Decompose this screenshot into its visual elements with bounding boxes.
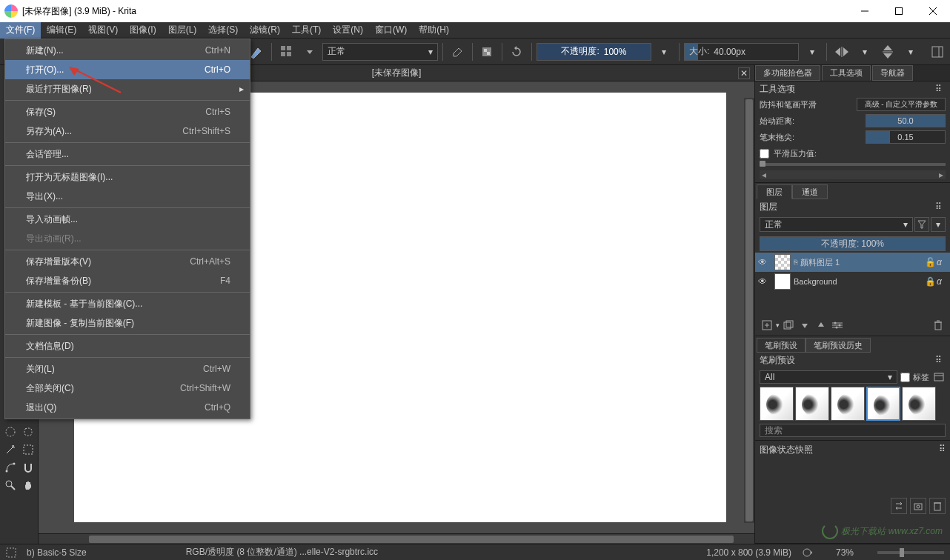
tip-value[interactable]: 0.15 <box>866 130 946 144</box>
menu-filter[interactable]: 滤镜(R) <box>244 22 286 39</box>
menu-tool[interactable]: 工具(T) <box>286 22 327 39</box>
panel-config-icon[interactable]: ⠿ <box>935 355 946 365</box>
tool-zoom[interactable] <box>2 477 19 493</box>
move-up-button[interactable] <box>814 318 828 333</box>
select-none-icon[interactable] <box>6 547 16 558</box>
move-down-button[interactable] <box>797 318 812 333</box>
menu-item[interactable]: 新建模板 - 基于当前图像(C)... <box>5 294 250 313</box>
dropdown-icon[interactable]: ▾ <box>901 41 921 62</box>
tab-brush-history[interactable]: 笔刷预设历史 <box>805 338 871 353</box>
visibility-icon[interactable]: 👁 <box>758 257 771 267</box>
alpha-lock-icon[interactable] <box>477 41 497 62</box>
menu-item[interactable]: 打开(O)...Ctrl+O <box>5 60 250 79</box>
layer-settings-button[interactable] <box>830 318 845 333</box>
menu-select[interactable]: 选择(S) <box>202 22 244 39</box>
panel-config-icon[interactable]: ⠿ <box>939 444 946 456</box>
menu-item[interactable]: 全部关闭(C)Ctrl+Shift+W <box>5 379 250 398</box>
eraser-icon[interactable] <box>448 41 468 62</box>
menu-item[interactable]: 导入动画帧... <box>5 210 250 229</box>
grid-icon[interactable] <box>276 41 296 62</box>
brush-preset[interactable] <box>902 387 936 421</box>
size-slider[interactable]: 大小: 40.00px <box>684 43 799 61</box>
start-distance-value[interactable]: 50.0 <box>866 114 946 127</box>
tag-checkbox[interactable] <box>900 373 910 382</box>
add-layer-button[interactable] <box>760 318 774 333</box>
menu-item[interactable]: 导出(X)... <box>5 187 250 206</box>
dropdown-icon[interactable]: ▾ <box>802 41 822 62</box>
menu-item[interactable]: 打开为无标题图像(I)... <box>5 167 250 187</box>
menu-item[interactable]: 保存增量备份(B)F4 <box>5 271 250 290</box>
blend-mode-select[interactable]: 正常 ▾ <box>322 43 437 61</box>
brush-tag-filter[interactable]: All▾ <box>760 370 897 384</box>
tool-pan[interactable] <box>20 477 36 493</box>
tab-navigator[interactable]: 导航器 <box>872 65 913 81</box>
maximize-button[interactable] <box>882 0 916 22</box>
dropdown-icon[interactable]: ▾ <box>776 321 780 329</box>
tab-color-selector[interactable]: 多功能拾色器 <box>755 65 820 81</box>
tool-freehand-select[interactable] <box>2 424 19 440</box>
menu-view[interactable]: 视图(V) <box>82 22 124 39</box>
menu-settings[interactable]: 设置(N) <box>327 22 369 39</box>
menu-item[interactable]: 最近打开图像(R)▸ <box>5 79 250 99</box>
tab-layers[interactable]: 图层 <box>757 184 792 199</box>
filter-icon[interactable] <box>914 217 929 232</box>
dropdown-icon[interactable] <box>299 41 319 62</box>
menu-image[interactable]: 图像(I) <box>124 22 162 39</box>
layer-link-icon[interactable]: ⎘ <box>794 259 797 266</box>
brush-preset[interactable] <box>831 387 865 421</box>
layer-name[interactable]: 颜料图层 1 <box>800 257 922 268</box>
close-button[interactable] <box>916 0 950 22</box>
duplicate-layer-button[interactable] <box>781 318 796 333</box>
tool-similar-select[interactable] <box>20 424 36 440</box>
brush-preset[interactable] <box>795 387 829 421</box>
tool-rect-select[interactable] <box>20 441 36 458</box>
brush-search-input[interactable]: 搜索 <box>760 424 946 437</box>
tab-close-button[interactable]: ✕ <box>738 67 750 79</box>
snapshot-delete-button[interactable] <box>929 498 946 514</box>
menu-window[interactable]: 窗口(W) <box>369 22 413 39</box>
dropdown-icon[interactable]: ▾ <box>654 41 674 62</box>
layer-menu-icon[interactable]: ▾ <box>931 217 946 232</box>
brush-preset[interactable] <box>866 387 900 421</box>
layer-opacity-slider[interactable]: 不透明度: 100% <box>760 236 946 251</box>
tab-tool-options[interactable]: 工具选项 <box>822 65 871 81</box>
menu-layer[interactable]: 图层(L) <box>162 22 203 39</box>
smoothing-select[interactable]: 高级 - 自定义平滑参数 <box>857 98 946 111</box>
layer-blend-select[interactable]: 正常▾ <box>760 217 913 232</box>
storage-icon[interactable] <box>932 370 946 384</box>
panel-config-icon[interactable]: ⠿ <box>935 84 946 94</box>
menu-item[interactable]: 新建图像 - 复制当前图像(F) <box>5 313 250 333</box>
pressure-checkbox[interactable] <box>760 149 769 159</box>
panel-scrollbar[interactable]: ◂▸ <box>760 170 946 179</box>
layer-name[interactable]: Background <box>794 277 922 286</box>
lock-icon[interactable]: 🔓 <box>925 257 935 267</box>
layer-item[interactable]: 👁 Background 🔒α <box>755 272 950 291</box>
menu-item[interactable]: 会话管理... <box>5 144 250 164</box>
panel-config-icon[interactable]: ⠿ <box>935 201 946 212</box>
minimize-button[interactable] <box>848 0 882 22</box>
dropdown-icon[interactable]: ▾ <box>854 41 874 62</box>
tab-brush-presets[interactable]: 笔刷预设 <box>757 338 805 353</box>
tool-magnetic-select[interactable] <box>20 459 36 476</box>
pressure-slider[interactable] <box>760 163 946 166</box>
layer-item[interactable]: 👁 ⎘ 颜料图层 1 🔓α <box>755 253 950 272</box>
lock-icon[interactable]: 🔒 <box>925 276 935 287</box>
mirror-h-icon[interactable] <box>831 41 851 62</box>
tab-channels[interactable]: 通道 <box>792 184 828 199</box>
menu-edit[interactable]: 编辑(E) <box>41 22 82 39</box>
mirror-v-icon[interactable] <box>878 41 898 62</box>
scrollbar-horizontal[interactable] <box>39 533 754 544</box>
menu-item[interactable]: 退出(Q)Ctrl+Q <box>5 398 250 417</box>
tool-magic-wand[interactable] <box>2 441 19 458</box>
menu-file[interactable]: 文件(F) <box>0 22 41 39</box>
menu-item[interactable]: 另存为(A)...Ctrl+Shift+S <box>5 121 250 141</box>
menu-item[interactable]: 关闭(L)Ctrl+W <box>5 359 250 379</box>
tool-bezier-select[interactable] <box>2 459 19 476</box>
snapshot-add-button[interactable] <box>910 498 926 514</box>
alpha-icon[interactable]: α <box>937 276 947 287</box>
reload-icon[interactable] <box>507 41 527 62</box>
alpha-icon[interactable]: α <box>937 257 947 267</box>
delete-layer-button[interactable] <box>931 318 946 333</box>
visibility-icon[interactable]: 👁 <box>758 276 771 287</box>
zoom-value[interactable]: 73% <box>823 547 867 558</box>
